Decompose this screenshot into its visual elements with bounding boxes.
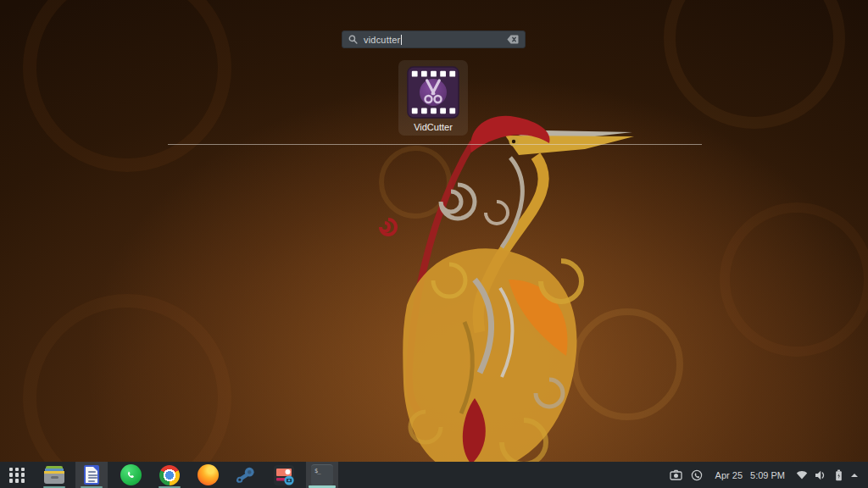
vidcutter-icon [407, 66, 459, 119]
clock-time: 5:09 PM [750, 470, 785, 480]
search-text: vidcutter [364, 35, 400, 45]
text-caret [401, 35, 402, 45]
app-grid-button[interactable] [0, 462, 34, 488]
search-bar[interactable]: vidcutter [342, 30, 526, 48]
tray-expand-icon[interactable] [851, 474, 858, 477]
whatsapp-tray-button[interactable] [687, 462, 707, 488]
result-label: VidCutter [414, 122, 453, 132]
status-icons[interactable] [793, 462, 863, 488]
search-results-divider [168, 144, 702, 145]
taskbar-item-whatsapp[interactable] [114, 462, 147, 488]
clear-search-icon[interactable] [507, 35, 519, 44]
clock-date: Apr 25 [715, 470, 743, 480]
terminal-icon: $_ [311, 464, 333, 486]
taskbar-item-screen-recorder[interactable] [268, 462, 300, 488]
screenshot-tray-button[interactable] [666, 462, 687, 488]
taskbar-item-firefox[interactable] [192, 462, 224, 488]
taskbar: $_ Apr 25 5:09 PM [0, 462, 868, 488]
system-tray: Apr 25 5:09 PM [666, 462, 868, 488]
whatsapp-icon [120, 464, 142, 485]
taskbar-item-terminal[interactable]: $_ [306, 462, 338, 488]
terminal-prompt-text: $_ [314, 468, 320, 474]
file-cabinet-icon [44, 466, 64, 484]
taskbar-apps: $_ [0, 462, 338, 488]
screenshot-tray-icon [670, 469, 682, 480]
battery-icon [831, 462, 846, 488]
whatsapp-tray-icon [691, 469, 703, 481]
taskbar-item-files[interactable] [38, 462, 70, 488]
desktop: vidcutter [0, 0, 868, 488]
search-icon [348, 35, 358, 44]
search-input[interactable]: vidcutter [364, 35, 507, 45]
search-result-vidcutter[interactable]: VidCutter [398, 60, 468, 136]
firefox-icon [198, 464, 219, 485]
screen-recorder-icon [273, 464, 295, 486]
document-icon [84, 465, 99, 485]
chrome-icon [159, 465, 180, 485]
network-icon [793, 462, 810, 488]
app-grid-icon [9, 468, 25, 483]
clock[interactable]: Apr 25 5:09 PM [707, 470, 793, 480]
volume-icon [812, 462, 829, 488]
taskbar-item-chrome[interactable] [153, 462, 186, 488]
taskbar-item-document[interactable] [75, 462, 108, 488]
steam-icon [236, 466, 256, 485]
taskbar-item-steam[interactable] [230, 462, 262, 488]
